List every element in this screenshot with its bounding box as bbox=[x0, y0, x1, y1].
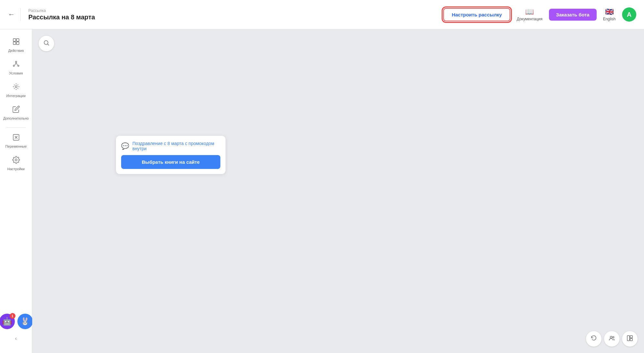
sidebar-collapse-button[interactable]: ‹ bbox=[0, 333, 32, 344]
settings-label: Настройки bbox=[7, 167, 25, 171]
sidebar-item-actions[interactable]: Действия bbox=[3, 34, 29, 56]
header-title-group: Рассылка Рассылка на 8 марта bbox=[28, 8, 443, 21]
message-card: 💬 Поздравление с 8 марта с промокодом вн… bbox=[116, 136, 226, 174]
users-button[interactable] bbox=[604, 331, 620, 347]
users-icon bbox=[609, 335, 615, 343]
svg-point-6 bbox=[18, 65, 19, 66]
settings-icon bbox=[12, 156, 20, 166]
svg-point-5 bbox=[13, 65, 14, 66]
sidebar-item-settings[interactable]: Настройки bbox=[3, 153, 29, 174]
variables-icon bbox=[12, 133, 20, 143]
order-bot-button[interactable]: Заказать бота bbox=[549, 9, 597, 21]
collapse-icon: ‹ bbox=[15, 336, 17, 341]
undo-button[interactable] bbox=[586, 331, 601, 347]
sidebar-item-variables[interactable]: Переменные bbox=[3, 130, 29, 152]
sidebar-item-conditions[interactable]: Условия bbox=[3, 57, 29, 78]
bot-avatar-1[interactable]: 🤖 1 bbox=[0, 314, 15, 329]
sidebar-item-integrations[interactable]: Интеграции bbox=[3, 80, 29, 101]
svg-line-7 bbox=[15, 63, 16, 65]
book-icon: 📖 bbox=[525, 8, 534, 16]
svg-line-15 bbox=[48, 44, 49, 45]
svg-rect-18 bbox=[627, 336, 630, 341]
message-text: Поздравление с 8 марта с промокодом внут… bbox=[132, 141, 220, 151]
search-button[interactable] bbox=[39, 36, 54, 51]
configure-button[interactable]: Настроить рассылку bbox=[443, 8, 510, 21]
documentation-button[interactable]: 📖 Документация bbox=[517, 8, 543, 21]
conditions-label: Условия bbox=[9, 71, 23, 75]
actions-label: Действия bbox=[8, 49, 24, 53]
layout: Действия Условия bbox=[0, 0, 644, 353]
page-title: Рассылка на 8 марта bbox=[28, 14, 443, 21]
extra-label: Дополнительно bbox=[3, 116, 29, 120]
sidebar-item-extra[interactable]: Дополнительно bbox=[3, 102, 29, 123]
sidebar-bottom: 🤖 1 🐰 ‹ bbox=[0, 314, 32, 348]
message-text-row: 💬 Поздравление с 8 марта с промокодом вн… bbox=[121, 141, 220, 151]
svg-point-14 bbox=[44, 41, 48, 44]
back-icon: ← bbox=[8, 10, 15, 19]
svg-rect-0 bbox=[13, 39, 16, 41]
svg-point-16 bbox=[610, 336, 612, 338]
language-selector[interactable]: 🇬🇧 English bbox=[603, 8, 616, 21]
choose-books-button[interactable]: Выбрать книги на сайте bbox=[121, 155, 220, 169]
svg-rect-2 bbox=[13, 42, 16, 44]
undo-icon bbox=[591, 335, 597, 343]
bot-icon-2: 🐰 bbox=[21, 317, 29, 326]
documentation-label: Документация bbox=[517, 17, 543, 21]
header: ← Рассылка Рассылка на 8 марта Настроить… bbox=[0, 0, 644, 29]
sidebar-bot-avatars: 🤖 1 🐰 bbox=[0, 314, 35, 329]
integrations-icon bbox=[12, 83, 20, 93]
svg-rect-1 bbox=[16, 39, 19, 41]
variables-label: Переменные bbox=[5, 144, 26, 148]
panels-icon bbox=[627, 335, 633, 343]
avatar-letter: А bbox=[627, 11, 631, 18]
panels-button[interactable] bbox=[622, 331, 638, 347]
conditions-icon bbox=[12, 60, 20, 70]
avatar[interactable]: А bbox=[622, 7, 636, 22]
flag-icon: 🇬🇧 bbox=[605, 8, 614, 16]
svg-rect-19 bbox=[630, 336, 632, 338]
actions-icon bbox=[12, 38, 20, 47]
language-label: English bbox=[603, 17, 616, 21]
bot-icon-1: 🤖 bbox=[2, 317, 12, 326]
bottom-right-toolbar bbox=[586, 331, 638, 347]
svg-rect-3 bbox=[16, 42, 19, 44]
integrations-label: Интеграции bbox=[6, 94, 26, 98]
svg-point-4 bbox=[15, 61, 17, 63]
sidebar: Действия Условия bbox=[0, 29, 32, 353]
header-actions: Настроить рассылку 📖 Документация Заказа… bbox=[443, 7, 636, 22]
search-icon bbox=[43, 40, 50, 48]
back-button[interactable]: ← bbox=[8, 8, 21, 21]
extra-icon bbox=[12, 105, 20, 115]
svg-rect-20 bbox=[630, 338, 632, 341]
breadcrumb: Рассылка bbox=[28, 8, 443, 13]
svg-line-8 bbox=[16, 63, 17, 65]
main-canvas: 💬 Поздравление с 8 марта с промокодом вн… bbox=[32, 29, 644, 353]
sidebar-divider bbox=[6, 127, 26, 128]
svg-point-13 bbox=[15, 159, 17, 161]
svg-point-17 bbox=[613, 337, 614, 338]
svg-point-9 bbox=[15, 86, 17, 88]
message-icon: 💬 bbox=[121, 142, 129, 150]
bot-badge: 1 bbox=[10, 313, 15, 319]
bot-avatar-2[interactable]: 🐰 bbox=[17, 314, 33, 329]
